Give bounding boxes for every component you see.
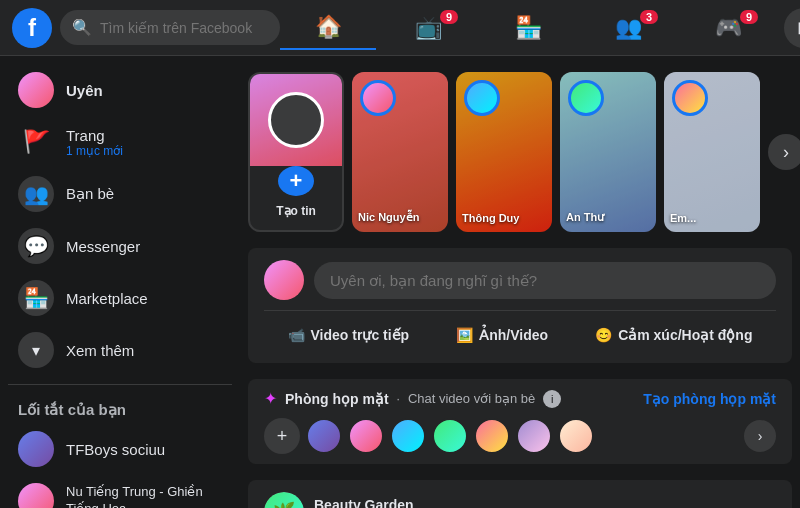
story-card-3[interactable]: An Thư: [560, 72, 656, 232]
post-input-row: [264, 260, 776, 300]
room-avatar-1: [306, 418, 342, 454]
store-icon: 🏪: [18, 280, 54, 316]
main-feed: + Tạo tin Nic Nguyễn Thông Duy: [240, 56, 800, 508]
sidebar: Uyên 🚩 Trang 1 mục mới 👥 Bạn bè 💬 Messen…: [0, 56, 240, 508]
story-3-avatar: [568, 80, 604, 116]
user-avatar: [18, 72, 54, 108]
room-bar: ✦ Phòng họp mặt · Chat video với bạn bè …: [248, 379, 792, 464]
tfboys-avatar: [18, 431, 54, 467]
post-author-avatar: 🌿: [264, 492, 304, 508]
sidebar-item-trang[interactable]: 🚩 Trang 1 mục mới: [8, 116, 232, 168]
post-actions: 📹 Video trực tiếp 🖼️ Ảnh/Video 😊 Cảm xúc…: [264, 319, 776, 351]
post-card: 🌿 Beauty Garden 26 tháng 8 lúc 18:30 · 🌐…: [248, 480, 792, 508]
post-photo-btn[interactable]: 🖼️ Ảnh/Video: [444, 319, 560, 351]
feeling-label: Cảm xúc/Hoạt động: [618, 327, 752, 343]
sidebar-item-user[interactable]: Uyên: [8, 64, 232, 116]
create-story-card[interactable]: + Tạo tin: [248, 72, 344, 232]
plus-icon: +: [277, 426, 288, 447]
facebook-logo[interactable]: f: [12, 8, 52, 48]
expand-icon: ▾: [18, 332, 54, 368]
sidebar-divider-1: [8, 384, 232, 385]
groups-icon: 👥: [615, 15, 642, 41]
photo-icon: 🖼️: [456, 327, 473, 343]
post-input[interactable]: [314, 262, 776, 299]
sidebar-user-name: Uyên: [66, 82, 103, 99]
post-author-info: Beauty Garden 26 tháng 8 lúc 18:30 · 🌐: [314, 497, 730, 508]
room-next-btn[interactable]: ›: [744, 420, 776, 452]
nav-home-btn[interactable]: 🏠: [280, 6, 376, 50]
shortcuts-title: Lối tắt của bạn: [8, 393, 232, 423]
sidebar-item-messenger[interactable]: 💬 Messenger: [8, 220, 232, 272]
post-video-btn[interactable]: 📹 Video trực tiếp: [276, 319, 422, 351]
sidebar-item-xem-them[interactable]: ▾ Xem thêm: [8, 324, 232, 376]
video-icon: 📹: [288, 327, 305, 343]
trang-label: Trang: [66, 127, 123, 144]
nav-groups-btn[interactable]: 👥 3: [580, 6, 676, 50]
room-icon: ✦: [264, 389, 277, 408]
story-card-4[interactable]: Em...: [664, 72, 760, 232]
grid-icon: ⊞: [797, 17, 801, 39]
nav-center: 🏠 📺 9 🏪 👥 3 🎮 9: [280, 6, 776, 50]
sidebar-item-marketplace[interactable]: 🏪 Marketplace: [8, 272, 232, 324]
post-box: 📹 Video trực tiếp 🖼️ Ảnh/Video 😊 Cảm xúc…: [248, 248, 792, 363]
feeling-icon: 😊: [595, 327, 612, 343]
room-bar-top: ✦ Phòng họp mặt · Chat video với bạn bè …: [264, 389, 776, 408]
post-feeling-btn[interactable]: 😊 Cảm xúc/Hoạt động: [583, 319, 764, 351]
search-icon: 🔍: [72, 18, 92, 37]
room-bar-label: Phòng họp mặt: [285, 391, 389, 407]
sidebar-item-ban-be[interactable]: 👥 Bạn bè: [8, 168, 232, 220]
create-story-label: Tạo tin: [276, 204, 316, 218]
story-2-name: Thông Duy: [462, 212, 546, 224]
search-box[interactable]: 🔍: [60, 10, 280, 45]
nav-marketplace-btn[interactable]: 🏪: [480, 6, 576, 50]
messenger-sidebar-icon: 💬: [18, 228, 54, 264]
room-dot: ·: [397, 392, 400, 406]
marketplace-label: Marketplace: [66, 290, 148, 307]
post-divider: [264, 310, 776, 311]
search-input[interactable]: [100, 20, 268, 36]
nav-gaming-btn[interactable]: 🎮 9: [680, 6, 776, 50]
room-sub: Chat video với bạn bè: [408, 391, 535, 406]
post-more-btn[interactable]: ···: [740, 494, 776, 508]
room-create-link[interactable]: Tạo phòng họp mặt: [643, 391, 776, 407]
nu-tieng-avatar: [18, 483, 54, 508]
create-story-plus: +: [278, 166, 314, 196]
marketplace-icon: 🏪: [515, 15, 542, 41]
layout: Uyên 🚩 Trang 1 mục mới 👥 Bạn bè 💬 Messen…: [0, 0, 800, 508]
topnav: f 🔍 🏠 📺 9 🏪 👥 3 🎮 9 ⊞ 💬 🔔: [0, 0, 800, 56]
nu-tieng-label: Nu Tiếng Trung - Ghiền Tiếng Hoa: [66, 484, 222, 508]
room-avatar-6: [516, 418, 552, 454]
ban-be-label: Bạn bè: [66, 185, 114, 203]
stories-row: + Tạo tin Nic Nguyễn Thông Duy: [248, 72, 792, 232]
nav-right: ⊞ 💬 🔔: [784, 8, 800, 48]
room-avatars-row: + ›: [264, 418, 776, 454]
room-avatar-4: [432, 418, 468, 454]
post-author-name: Beauty Garden: [314, 497, 730, 508]
stories-next-btn[interactable]: ›: [768, 134, 800, 170]
story-2-avatar: [464, 80, 500, 116]
watch-badge: 9: [440, 10, 458, 24]
photo-label: Ảnh/Video: [479, 327, 548, 343]
sidebar-shortcut-tfboys[interactable]: TFBoys sociuu: [8, 423, 232, 475]
room-avatar-7: [558, 418, 594, 454]
groups-badge: 3: [640, 10, 658, 24]
tfboys-label: TFBoys sociuu: [66, 441, 165, 458]
friends-icon: 👥: [18, 176, 54, 212]
sidebar-shortcut-nu-tieng[interactable]: Nu Tiếng Trung - Ghiền Tiếng Hoa: [8, 475, 232, 508]
gaming-badge: 9: [740, 10, 758, 24]
menu-btn[interactable]: ⊞: [784, 8, 800, 48]
room-info-icon[interactable]: i: [543, 390, 561, 408]
home-icon: 🏠: [315, 14, 342, 40]
trang-icon: 🚩: [18, 124, 54, 160]
room-avatar-3: [390, 418, 426, 454]
story-card-1[interactable]: Nic Nguyễn: [352, 72, 448, 232]
story-4-avatar: [672, 80, 708, 116]
room-avatar-add-btn[interactable]: +: [264, 418, 300, 454]
story-card-2[interactable]: Thông Duy: [456, 72, 552, 232]
story-1-name: Nic Nguyễn: [358, 211, 442, 224]
chevron-right-icon: ›: [758, 428, 763, 444]
story-4-name: Em...: [670, 212, 754, 224]
gaming-icon: 🎮: [715, 15, 742, 41]
nav-watch-btn[interactable]: 📺 9: [380, 6, 476, 50]
story-3-name: An Thư: [566, 211, 650, 224]
